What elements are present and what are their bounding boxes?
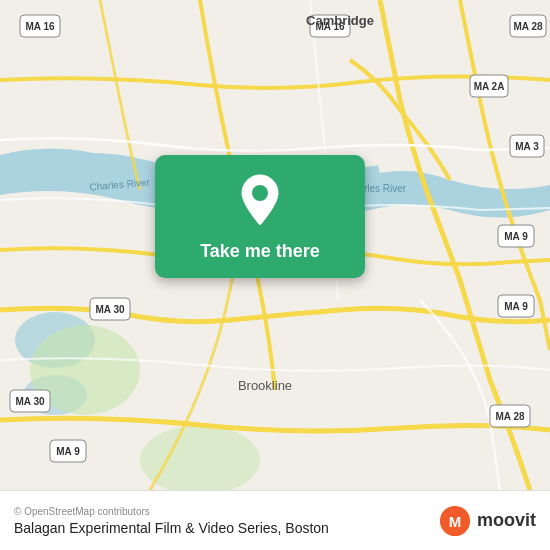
svg-text:MA 9: MA 9	[504, 301, 528, 312]
svg-text:MA 30: MA 30	[95, 304, 125, 315]
location-title: Balagan Experimental Film & Video Series…	[14, 520, 329, 536]
bottom-bar: © OpenStreetMap contributors Balagan Exp…	[0, 490, 550, 550]
take-me-there-button[interactable]: Take me there	[200, 241, 320, 262]
svg-text:Brookline: Brookline	[238, 378, 292, 393]
moovit-brand-icon: M	[439, 505, 471, 537]
copyright-text: © OpenStreetMap contributors	[14, 506, 329, 517]
moovit-logo: M moovit	[439, 505, 536, 537]
take-me-there-card[interactable]: Take me there	[155, 155, 365, 278]
map-container: MA 16 MA 16 MA 28 MA 2A MA 3 MA 30 MA 30…	[0, 0, 550, 490]
location-pin-icon	[238, 173, 282, 231]
moovit-brand-text: moovit	[477, 510, 536, 531]
svg-text:MA 9: MA 9	[504, 231, 528, 242]
svg-text:MA 28: MA 28	[495, 411, 525, 422]
svg-text:MA 9: MA 9	[56, 446, 80, 457]
svg-text:MA 2A: MA 2A	[474, 81, 505, 92]
svg-text:rles River: rles River	[364, 183, 407, 194]
svg-point-31	[252, 185, 268, 201]
svg-text:M: M	[449, 512, 462, 529]
svg-text:MA 3: MA 3	[515, 141, 539, 152]
bottom-left-info: © OpenStreetMap contributors Balagan Exp…	[14, 506, 329, 536]
svg-text:MA 28: MA 28	[513, 21, 543, 32]
svg-text:MA 16: MA 16	[25, 21, 55, 32]
svg-text:MA 30: MA 30	[15, 396, 45, 407]
svg-text:Cambridge: Cambridge	[306, 13, 374, 28]
